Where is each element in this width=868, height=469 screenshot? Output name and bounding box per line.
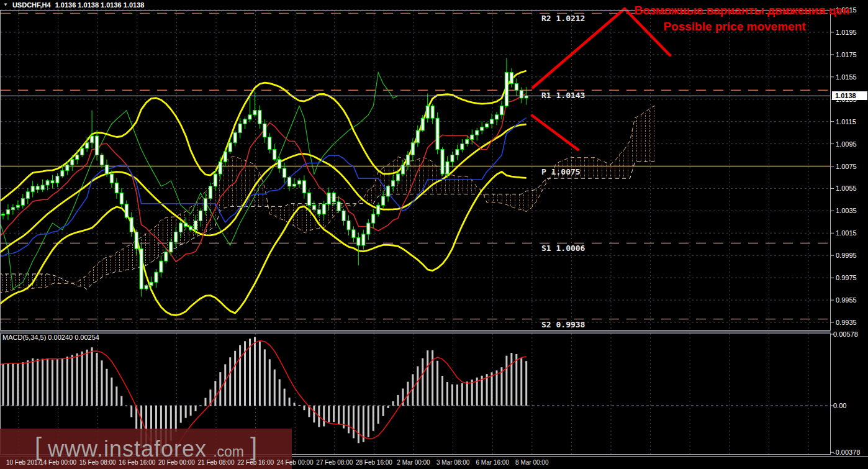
annotation-text-en: Possible price movement <box>638 20 831 34</box>
macd-tick-label: 0.00 <box>833 402 846 409</box>
price-tick-label: 0.9955 <box>836 296 857 304</box>
price-tick-label: 1.0155 <box>836 73 857 81</box>
price-tick-label: 1.0095 <box>836 140 857 148</box>
time-tick-label: 15 Feb 08:00 <box>79 459 116 466</box>
time-tick-label: 27 Feb 08:00 <box>316 459 353 466</box>
time-tick-label: 8 Mar 00:00 <box>515 459 548 466</box>
time-tick-label: 2 Mar 00:00 <box>397 459 430 466</box>
symbol-dropdown-icon[interactable]: ▼ <box>3 2 8 8</box>
price-tick-label: 1.0195 <box>836 29 857 36</box>
symbol-timeframe: USDCHF,H4 <box>12 1 51 9</box>
price-tick-label: 0.9995 <box>836 252 857 259</box>
price-tick-label: 0.9935 <box>836 319 857 326</box>
time-tick-label: 14 Feb 00:00 <box>40 459 76 466</box>
current-price-tag: 1.0138 <box>832 91 867 100</box>
trading-terminal: ▼ USDCHF,H4 1.0136 1.0138 1.0136 1.0138 … <box>0 0 868 469</box>
time-tick-label: 22 Feb 16:00 <box>237 459 274 466</box>
annotation-text-ru: Возможные варианты движения цен <box>616 4 868 17</box>
price-tick-label: 1.0115 <box>836 118 856 125</box>
time-tick-label: 3 Mar 08:00 <box>436 459 469 466</box>
time-tick-label: 28 Feb 16:00 <box>356 459 392 466</box>
macd-tick-label: 0.00578 <box>833 330 858 338</box>
time-tick-label: 6 Mar 16:00 <box>476 459 509 466</box>
time-tick-label: 24 Feb 00:00 <box>277 459 314 466</box>
macd-tick-label: -0.00378 <box>833 449 860 456</box>
pane-frames <box>0 11 868 457</box>
time-axis[interactable]: 10 Feb 201714 Feb 00:0015 Feb 08:0016 Fe… <box>0 457 868 469</box>
time-tick-label: 21 Feb 08:00 <box>198 459 235 466</box>
pivot-level-label: S2 0.9938 <box>541 320 585 329</box>
price-tick-label: 1.0175 <box>836 51 857 58</box>
pivot-level-label: S1 1.0006 <box>541 244 585 253</box>
price-tick-label: 1.0015 <box>836 229 857 237</box>
pivot-level-label: R2 1.0212 <box>541 14 585 23</box>
macd-indicator-label: MACD(5,34,5) 0.00240 0.00254 <box>2 334 99 341</box>
price-chart-svg[interactable]: R2 1.0212R1 1.0143P 1.0075S1 1.0006S2 0.… <box>0 0 868 469</box>
grid-layer <box>1 10 830 454</box>
price-axis: 1.02151.01951.01751.01551.01351.01151.00… <box>830 6 860 456</box>
price-tick-label: 1.0055 <box>836 184 857 192</box>
time-tick-label: 10 Feb 2017 <box>6 459 41 466</box>
time-tick-label: 20 Feb 00:00 <box>158 459 195 466</box>
time-tick-label: 16 Feb 16:00 <box>119 459 155 466</box>
price-tick-label: 0.9975 <box>836 274 857 281</box>
price-tick-label: 1.0075 <box>836 163 857 170</box>
price-tick-label: 1.0035 <box>836 207 857 214</box>
header-ohlc-values: 1.0136 1.0138 1.0136 1.0138 <box>55 1 145 9</box>
